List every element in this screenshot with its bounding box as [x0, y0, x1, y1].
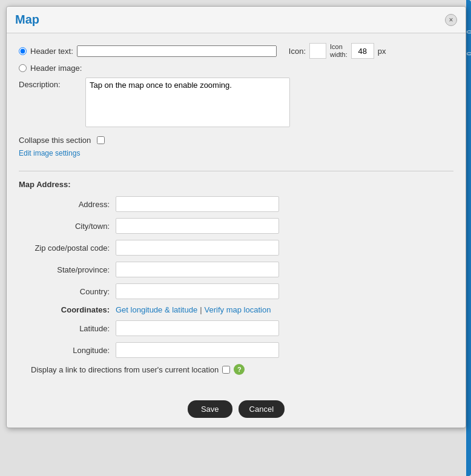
- header-text-row: Header text: Icon: Iconwidth: px: [19, 43, 453, 59]
- collapse-label: Collapse this section: [19, 136, 91, 145]
- collapse-checkbox[interactable]: [97, 136, 105, 144]
- description-input[interactable]: Tap on the map once to enable zooming.: [85, 78, 290, 127]
- cancel-button[interactable]: Cancel: [239, 400, 285, 418]
- address-label: Address:: [31, 200, 116, 209]
- longitude-row: Longitude:: [19, 342, 453, 358]
- save-button[interactable]: Save: [188, 400, 232, 418]
- coordinates-label: Coordinates:: [31, 305, 116, 314]
- zip-label: Zip code/postal code:: [31, 243, 116, 253]
- section-divider: [19, 171, 453, 171]
- state-label: State/province:: [31, 265, 116, 274]
- directions-label: Display a link to directions from user's…: [31, 365, 219, 374]
- header-text-radio[interactable]: [19, 47, 27, 55]
- city-row: City/town:: [19, 218, 453, 234]
- country-label: Country:: [31, 287, 116, 296]
- address-input[interactable]: [116, 196, 279, 212]
- icon-width-label: Iconwidth:: [330, 43, 347, 59]
- latitude-label: Latitude:: [31, 324, 116, 333]
- longitude-label: Longitude:: [31, 346, 116, 355]
- header-text-input[interactable]: [77, 45, 277, 57]
- header-image-radio[interactable]: [19, 64, 27, 72]
- modal-title: Map: [15, 13, 39, 27]
- help-icon[interactable]: ?: [234, 364, 245, 375]
- collapse-row: Collapse this section: [19, 136, 453, 145]
- country-input[interactable]: [116, 283, 279, 299]
- edit-image-settings-link[interactable]: Edit image settings: [19, 149, 80, 157]
- get-longitude-latitude-link[interactable]: Get longitude & latitude: [116, 305, 197, 314]
- icon-area: Icon: Iconwidth: px: [289, 43, 386, 59]
- modal-dialog: Map × Header text: Icon: Iconwidth: px: [6, 6, 466, 428]
- state-input[interactable]: [116, 262, 279, 277]
- right-sidebar: 0 0: [466, 0, 471, 476]
- modal-footer: Save Cancel: [7, 393, 466, 428]
- header-text-radio-label: Header text:: [30, 47, 73, 56]
- verify-map-location-link[interactable]: Verify map location: [205, 305, 271, 314]
- directions-row: Display a link to directions from user's…: [19, 364, 453, 375]
- directions-checkbox[interactable]: [222, 366, 230, 374]
- modal-body: Header text: Icon: Iconwidth: px Header …: [7, 33, 466, 393]
- latitude-row: Latitude:: [19, 320, 453, 336]
- description-row: Description: Tap on the map once to enab…: [19, 78, 453, 127]
- coordinates-row: Coordinates: Get longitude & latitude | …: [19, 305, 453, 314]
- country-row: Country:: [19, 283, 453, 299]
- header-image-row: Header image:: [19, 64, 453, 73]
- icon-box[interactable]: [309, 43, 326, 59]
- coordinates-separator: |: [200, 305, 202, 314]
- latitude-input[interactable]: [116, 320, 279, 336]
- modal-header: Map ×: [7, 7, 466, 33]
- longitude-input[interactable]: [116, 342, 279, 358]
- zip-input[interactable]: [116, 240, 279, 256]
- header-image-radio-label: Header image:: [30, 64, 82, 73]
- city-input[interactable]: [116, 218, 279, 234]
- close-button[interactable]: ×: [445, 14, 457, 26]
- city-label: City/town:: [31, 222, 116, 231]
- state-row: State/province:: [19, 262, 453, 277]
- description-label: Description:: [19, 78, 85, 89]
- icon-label: Icon:: [289, 47, 306, 56]
- address-row: Address:: [19, 196, 453, 212]
- map-address-title: Map Address:: [19, 180, 453, 189]
- zip-row: Zip code/postal code:: [19, 240, 453, 256]
- coordinates-links: Get longitude & latitude | Verify map lo…: [116, 305, 271, 314]
- icon-width-input[interactable]: [351, 43, 374, 59]
- px-label: px: [378, 47, 386, 56]
